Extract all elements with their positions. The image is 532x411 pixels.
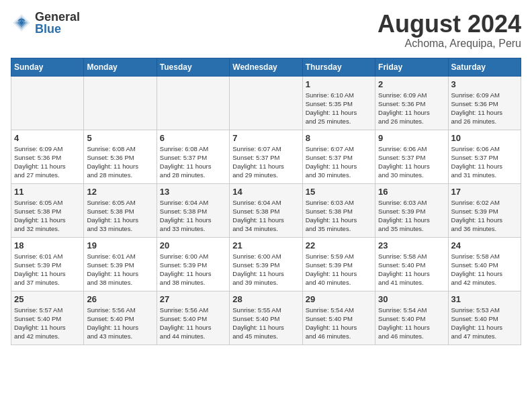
day-info: Sunrise: 6:09 AMSunset: 5:36 PMDaylight:… [451,91,518,126]
day-number: 21 [232,240,299,250]
day-number: 31 [451,294,518,304]
logo-general: General [35,11,80,23]
calendar-cell: 6Sunrise: 6:08 AMSunset: 5:37 PMDaylight… [157,130,229,183]
day-number: 5 [87,133,153,143]
day-number: 30 [378,294,445,304]
day-number: 13 [160,187,226,197]
day-number: 2 [378,79,445,89]
logo: General Blue [11,11,80,35]
calendar-cell: 22Sunrise: 5:59 AMSunset: 5:39 PMDayligh… [302,237,375,291]
day-info: Sunrise: 5:56 AMSunset: 5:40 PMDaylight:… [160,306,226,341]
day-number: 18 [14,240,81,250]
day-number: 29 [306,294,372,304]
day-info: Sunrise: 5:54 AMSunset: 5:40 PMDaylight:… [306,306,372,341]
weekday-header-monday: Monday [84,58,157,76]
calendar-table: SundayMondayTuesdayWednesdayThursdayFrid… [11,58,521,345]
day-info: Sunrise: 6:10 AMSunset: 5:35 PMDaylight:… [306,91,372,126]
page-title: August 2024 [378,11,521,38]
calendar-cell [157,76,229,130]
logo-icon [11,12,32,34]
calendar-cell: 25Sunrise: 5:57 AMSunset: 5:40 PMDayligh… [11,291,84,345]
day-number: 28 [232,294,299,304]
day-info: Sunrise: 6:06 AMSunset: 5:37 PMDaylight:… [451,144,518,180]
day-number: 10 [451,133,518,143]
weekday-header-friday: Friday [375,58,448,76]
day-info: Sunrise: 6:03 AMSunset: 5:38 PMDaylight:… [306,198,372,234]
calendar-cell: 15Sunrise: 6:03 AMSunset: 5:38 PMDayligh… [302,183,375,237]
day-number: 24 [451,240,518,250]
calendar-cell: 13Sunrise: 6:04 AMSunset: 5:38 PMDayligh… [157,183,229,237]
day-info: Sunrise: 5:53 AMSunset: 5:40 PMDaylight:… [451,306,518,341]
calendar-cell: 4Sunrise: 6:09 AMSunset: 5:36 PMDaylight… [11,130,84,183]
calendar-cell: 1Sunrise: 6:10 AMSunset: 5:35 PMDaylight… [302,76,375,130]
day-number: 12 [87,187,153,197]
day-info: Sunrise: 6:06 AMSunset: 5:37 PMDaylight:… [378,144,445,180]
calendar-cell: 27Sunrise: 5:56 AMSunset: 5:40 PMDayligh… [157,291,229,345]
day-info: Sunrise: 6:07 AMSunset: 5:37 PMDaylight:… [306,144,372,180]
calendar-cell: 29Sunrise: 5:54 AMSunset: 5:40 PMDayligh… [302,291,375,345]
page-subtitle: Achoma, Arequipa, Peru [378,38,521,50]
calendar-cell: 19Sunrise: 6:01 AMSunset: 5:39 PMDayligh… [84,237,157,291]
calendar-cell: 9Sunrise: 6:06 AMSunset: 5:37 PMDaylight… [375,130,448,183]
calendar-cell: 3Sunrise: 6:09 AMSunset: 5:36 PMDaylight… [448,76,521,130]
day-info: Sunrise: 6:08 AMSunset: 5:37 PMDaylight:… [160,144,226,180]
calendar-cell: 23Sunrise: 5:58 AMSunset: 5:40 PMDayligh… [375,237,448,291]
weekday-header-row: SundayMondayTuesdayWednesdayThursdayFrid… [11,58,521,76]
day-info: Sunrise: 5:57 AMSunset: 5:40 PMDaylight:… [14,306,81,341]
weekday-header-tuesday: Tuesday [157,58,229,76]
day-info: Sunrise: 6:08 AMSunset: 5:36 PMDaylight:… [87,144,153,180]
day-info: Sunrise: 6:01 AMSunset: 5:39 PMDaylight:… [87,252,153,287]
day-number: 6 [160,133,226,143]
calendar-week-row: 18Sunrise: 6:01 AMSunset: 5:39 PMDayligh… [11,237,521,291]
calendar-cell: 11Sunrise: 6:05 AMSunset: 5:38 PMDayligh… [11,183,84,237]
calendar-week-row: 4Sunrise: 6:09 AMSunset: 5:36 PMDaylight… [11,130,521,183]
day-info: Sunrise: 6:00 AMSunset: 5:39 PMDaylight:… [160,252,226,287]
calendar-cell: 24Sunrise: 5:58 AMSunset: 5:40 PMDayligh… [448,237,521,291]
day-number: 8 [306,133,372,143]
calendar-cell: 8Sunrise: 6:07 AMSunset: 5:37 PMDaylight… [302,130,375,183]
weekday-header-saturday: Saturday [448,58,521,76]
calendar-cell: 26Sunrise: 5:56 AMSunset: 5:40 PMDayligh… [84,291,157,345]
calendar-cell: 16Sunrise: 6:03 AMSunset: 5:39 PMDayligh… [375,183,448,237]
calendar-cell: 12Sunrise: 6:05 AMSunset: 5:38 PMDayligh… [84,183,157,237]
calendar-cell: 30Sunrise: 5:54 AMSunset: 5:40 PMDayligh… [375,291,448,345]
title-block: August 2024 Achoma, Arequipa, Peru [378,11,521,50]
weekday-header-wednesday: Wednesday [230,58,302,76]
calendar-cell: 20Sunrise: 6:00 AMSunset: 5:39 PMDayligh… [157,237,229,291]
day-number: 17 [451,187,518,197]
day-info: Sunrise: 6:04 AMSunset: 5:38 PMDaylight:… [160,198,226,234]
day-info: Sunrise: 6:05 AMSunset: 5:38 PMDaylight:… [14,198,81,234]
calendar-week-row: 11Sunrise: 6:05 AMSunset: 5:38 PMDayligh… [11,183,521,237]
day-number: 27 [160,294,226,304]
calendar-cell: 5Sunrise: 6:08 AMSunset: 5:36 PMDaylight… [84,130,157,183]
calendar-cell: 2Sunrise: 6:09 AMSunset: 5:36 PMDaylight… [375,76,448,130]
day-info: Sunrise: 6:04 AMSunset: 5:38 PMDaylight:… [232,198,299,234]
calendar-week-row: 25Sunrise: 5:57 AMSunset: 5:40 PMDayligh… [11,291,521,345]
day-number: 1 [306,79,372,89]
day-number: 25 [14,294,81,304]
day-info: Sunrise: 6:05 AMSunset: 5:38 PMDaylight:… [87,198,153,234]
logo-text: General Blue [35,11,80,35]
day-number: 4 [14,133,81,143]
day-number: 14 [232,187,299,197]
calendar-cell [11,76,84,130]
calendar-cell [84,76,157,130]
day-number: 23 [378,240,445,250]
day-info: Sunrise: 6:00 AMSunset: 5:39 PMDaylight:… [232,252,299,287]
calendar-cell: 17Sunrise: 6:02 AMSunset: 5:39 PMDayligh… [448,183,521,237]
day-info: Sunrise: 6:09 AMSunset: 5:36 PMDaylight:… [378,91,445,126]
day-info: Sunrise: 5:56 AMSunset: 5:40 PMDaylight:… [87,306,153,341]
day-info: Sunrise: 6:01 AMSunset: 5:39 PMDaylight:… [14,252,81,287]
day-number: 15 [306,187,372,197]
calendar-cell [230,76,302,130]
day-number: 7 [232,133,299,143]
calendar-cell: 28Sunrise: 5:55 AMSunset: 5:40 PMDayligh… [230,291,302,345]
day-info: Sunrise: 6:07 AMSunset: 5:37 PMDaylight:… [232,144,299,180]
calendar-cell: 7Sunrise: 6:07 AMSunset: 5:37 PMDaylight… [230,130,302,183]
calendar-cell: 31Sunrise: 5:53 AMSunset: 5:40 PMDayligh… [448,291,521,345]
page-header: General Blue August 2024 Achoma, Arequip… [11,11,521,50]
logo-blue: Blue [35,23,80,35]
day-number: 19 [87,240,153,250]
day-info: Sunrise: 5:58 AMSunset: 5:40 PMDaylight:… [378,252,445,287]
calendar-cell: 14Sunrise: 6:04 AMSunset: 5:38 PMDayligh… [230,183,302,237]
